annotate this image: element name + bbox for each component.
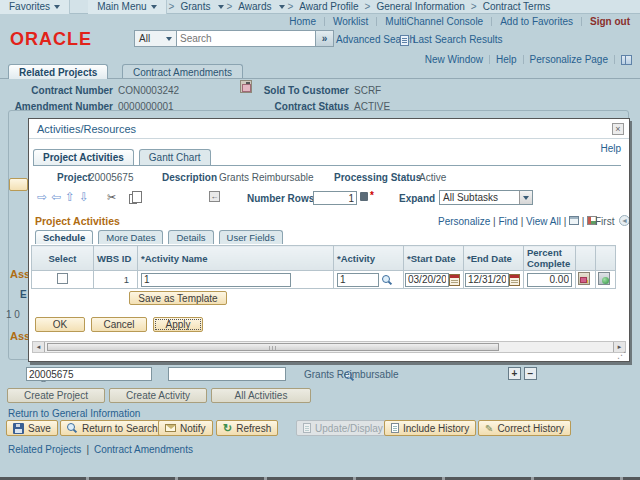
tab-related-projects[interactable]: Related Projects (8, 64, 108, 79)
ok-button[interactable]: OK (35, 317, 85, 332)
multichannel-console-link[interactable]: MultiChannel Console (385, 16, 483, 27)
return-to-general-information-link[interactable]: Return to General Information (8, 408, 140, 419)
grid-header-row: Select WBS ID *Activity Name *Activity *… (32, 246, 616, 271)
help-link[interactable]: Help (496, 54, 517, 65)
update-display-label: Update/Display (315, 423, 383, 434)
breadcrumb-awards[interactable]: Awards (234, 1, 275, 12)
pager-first-icon[interactable]: ◄ (619, 215, 630, 226)
modal-horizontal-scrollbar[interactable]: ◄ ► (32, 341, 626, 353)
footer-related-projects-link[interactable]: Related Projects (8, 444, 81, 455)
add-rows-icon[interactable] (360, 192, 368, 201)
find-link[interactable]: Find (498, 216, 517, 227)
grid-tabs: Schedule More Dates Details User Fields (35, 230, 285, 244)
move-up-icon[interactable]: ⇧ (65, 191, 75, 203)
resize-grip-icon[interactable]: ⋰ (617, 350, 626, 360)
refresh-button[interactable]: ↻Refresh (216, 420, 278, 436)
tab-schedule[interactable]: Schedule (35, 230, 93, 244)
divider (491, 17, 492, 26)
tab-project-activities[interactable]: Project Activities (33, 149, 134, 165)
add-to-favorites-link[interactable]: Add to Favorites (500, 16, 573, 27)
include-history-label: Include History (403, 423, 469, 434)
activity-input[interactable] (337, 273, 379, 287)
last-search-results-link[interactable]: Last Search Results (413, 34, 503, 45)
description-label: Description (162, 172, 217, 183)
add-row-icon[interactable]: + (508, 367, 521, 380)
close-icon[interactable]: × (612, 123, 624, 135)
notify-button[interactable]: Notify (158, 420, 213, 436)
insert-row-icon[interactable]: ← (209, 191, 220, 202)
sold-to-customer-value: SCRF (354, 85, 381, 96)
popup-window-icon[interactable] (569, 216, 579, 225)
scrollbar-thumb[interactable] (47, 343, 499, 351)
search-go-button[interactable]: » (316, 30, 334, 47)
include-history-button[interactable]: Include History (384, 420, 476, 436)
activity-resources-icon[interactable] (598, 272, 610, 285)
tab-gantt-chart[interactable]: Gantt Chart (139, 149, 211, 165)
cut-icon[interactable]: ✂ (107, 191, 116, 204)
col-select: Select (32, 246, 94, 271)
number-rows-input[interactable] (313, 191, 357, 205)
expand-select[interactable]: All Subtasks (439, 190, 533, 205)
footer-links: Related Projects | Contract Amendments (8, 444, 193, 455)
chevron-separator: > (167, 1, 177, 12)
activity-lookup-icon[interactable] (382, 275, 393, 286)
breadcrumb: Favorites Main Menu > Grants > Awards > … (0, 0, 640, 14)
delete-row-icon[interactable]: − (524, 367, 537, 380)
breadcrumb-award-profile[interactable]: Award Profile (295, 1, 362, 12)
modal-help-link[interactable]: Help (600, 143, 621, 154)
layout-grid-icon[interactable] (621, 55, 632, 65)
end-date-input[interactable] (465, 273, 509, 287)
scroll-left-icon[interactable]: ◄ (33, 342, 45, 352)
breadcrumb-general-information[interactable]: General Information (372, 1, 468, 12)
project-id-input[interactable] (26, 367, 152, 381)
search-scope-dropdown[interactable]: All (134, 30, 176, 47)
divider (523, 55, 524, 64)
move-down-icon[interactable]: ⇩ (79, 191, 89, 203)
save-button[interactable]: Save (6, 420, 58, 436)
activity-name-input[interactable] (141, 273, 291, 287)
activity-notes-icon[interactable] (578, 272, 590, 285)
sign-out-link[interactable]: Sign out (590, 16, 630, 27)
outdent-left-icon[interactable]: ⇦ (51, 191, 61, 203)
grid-title: Project Activities (35, 215, 120, 227)
footer-contract-amendments-link[interactable]: Contract Amendments (94, 444, 193, 455)
return-to-search-button[interactable]: Return to Search (60, 420, 165, 436)
personalize-link[interactable]: Personalize (438, 216, 490, 227)
end-date-calendar-icon[interactable] (509, 274, 520, 286)
start-date-input[interactable] (405, 273, 449, 287)
favorites-menu[interactable]: Favorites (0, 0, 70, 14)
personalize-page-link[interactable]: Personalize Page (530, 54, 608, 65)
main-menu[interactable]: Main Menu (88, 0, 166, 14)
create-project-button[interactable]: Create Project (7, 388, 105, 403)
tab-more-dates[interactable]: More Dates (98, 230, 163, 244)
start-date-calendar-icon[interactable] (449, 274, 460, 286)
col-end-date: *End Date (464, 246, 524, 271)
tab-contract-amendments[interactable]: Contract Amendments (122, 64, 243, 79)
cancel-button[interactable]: Cancel (91, 317, 147, 332)
tab-user-fields[interactable]: User Fields (219, 230, 283, 244)
breadcrumb-contract-terms[interactable]: Contract Terms (479, 1, 555, 12)
select-dropdown-button[interactable] (519, 191, 532, 204)
chevron-separator: > (363, 1, 373, 12)
home-link[interactable]: Home (289, 16, 316, 27)
tab-details[interactable]: Details (168, 230, 213, 244)
create-activity-button[interactable]: Create Activity (109, 388, 207, 403)
search-input[interactable] (176, 30, 316, 47)
copy-icon[interactable] (129, 194, 137, 204)
worklist-link[interactable]: Worklist (333, 16, 368, 27)
apply-button[interactable]: Apply (153, 317, 203, 332)
all-activities-button[interactable]: All Activities (211, 388, 311, 403)
save-as-template-button[interactable]: Save as Template (129, 291, 227, 305)
col-icon-1 (576, 246, 596, 271)
header-utility-links: Home Worklist MultiChannel Console Add t… (289, 16, 630, 27)
breadcrumb-grants[interactable]: Grants (176, 1, 214, 12)
new-window-link[interactable]: New Window (425, 54, 483, 65)
view-all-link[interactable]: View All (526, 216, 561, 227)
row-select-checkbox[interactable] (57, 273, 68, 284)
col-activity-name: *Activity Name (138, 246, 334, 271)
background-value-fragment: 1 0 (6, 309, 20, 320)
correct-history-button[interactable]: ✎Correct History (478, 420, 571, 436)
indent-right-icon[interactable]: ⇨ (37, 191, 47, 203)
percent-complete-input[interactable] (527, 273, 572, 287)
activity-filter-input[interactable] (168, 367, 286, 381)
